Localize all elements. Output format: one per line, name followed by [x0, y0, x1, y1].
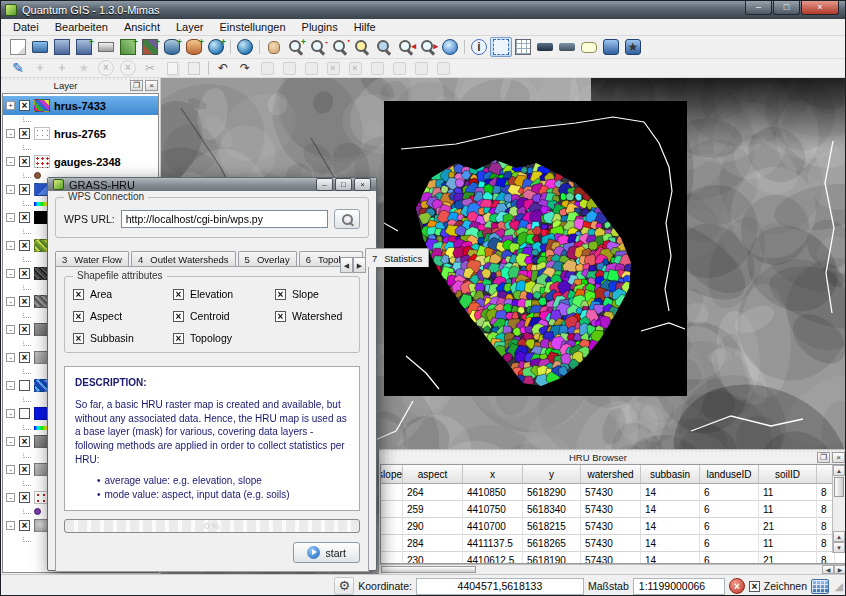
dialog-title-bar[interactable]: GRASS-HRU – □ ×: [48, 178, 376, 191]
wps-url-input[interactable]: http://localhost/cgi-bin/wps.py: [121, 210, 328, 228]
dialog-maximize-button[interactable]: □: [335, 178, 352, 191]
dialog-tab[interactable]: 7 Statistics: [365, 248, 429, 267]
attribute-checkbox[interactable]: [73, 311, 84, 322]
expand-icon[interactable]: [6, 269, 15, 278]
add-raster-layer[interactable]: [139, 37, 161, 57]
expand-icon[interactable]: [6, 353, 15, 362]
expand-icon[interactable]: [6, 437, 15, 446]
scroll-up-icon[interactable]: ▲: [833, 465, 845, 476]
layer-item[interactable]: hrus-7433: [3, 96, 158, 115]
close-button[interactable]: ×: [801, 1, 839, 15]
add-part[interactable]: [300, 58, 322, 78]
coordinate-input[interactable]: 4404571,5618133: [416, 578, 584, 595]
table-row[interactable]: 230 4410612.5 5618190 57430 14 6 21 8: [381, 552, 845, 564]
column-header[interactable]: watershed: [581, 465, 641, 484]
web-globe[interactable]: [234, 37, 256, 57]
expand-icon[interactable]: [6, 157, 15, 166]
expand-icon[interactable]: [6, 521, 15, 530]
scroll-right-icon[interactable]: ▶: [834, 565, 846, 574]
add-postgis-layer[interactable]: [161, 37, 183, 57]
dialog-tab[interactable]: 5 Overlay: [238, 251, 297, 267]
pan-map[interactable]: [263, 37, 285, 57]
coordinate-capture-icon[interactable]: ⚙: [334, 577, 354, 595]
simplify-feature[interactable]: [256, 58, 278, 78]
new-bookmark[interactable]: [600, 37, 622, 57]
minimize-button[interactable]: –: [745, 1, 772, 15]
scroll-left-icon[interactable]: ◀: [822, 565, 834, 574]
maximize-button[interactable]: □: [773, 1, 800, 15]
start-button[interactable]: start: [293, 542, 360, 563]
expand-icon[interactable]: [6, 213, 15, 222]
scroll-down-icon[interactable]: ▼: [833, 542, 845, 553]
map-tips[interactable]: [578, 37, 600, 57]
layer-checkbox[interactable]: [19, 324, 30, 335]
open-attribute-table[interactable]: [512, 37, 534, 57]
expand-icon[interactable]: [6, 241, 15, 250]
expand-icon[interactable]: [6, 493, 15, 502]
identify-features[interactable]: i: [468, 37, 490, 57]
horizontal-scrollbar[interactable]: ◀ ▶: [380, 564, 846, 574]
table-row[interactable]: 290 4410700 5618215 57430 14 6 21 8: [381, 518, 845, 535]
menu-item[interactable]: Ansicht: [116, 20, 168, 34]
resize-grip[interactable]: ◢: [835, 580, 843, 593]
column-header[interactable]: subbasin: [641, 465, 700, 484]
dialog-close-button[interactable]: ×: [354, 178, 371, 191]
open-project[interactable]: [29, 37, 51, 57]
layer-checkbox[interactable]: [19, 492, 30, 503]
menu-item[interactable]: Hilfe: [346, 20, 384, 34]
expand-icon[interactable]: [6, 381, 15, 390]
layer-checkbox[interactable]: [19, 408, 30, 419]
undo[interactable]: ↶: [212, 58, 234, 78]
attribute-checkbox[interactable]: [173, 289, 184, 300]
column-header[interactable]: y: [523, 465, 581, 484]
layer-checkbox[interactable]: [19, 268, 30, 279]
show-bookmarks[interactable]: ★: [622, 37, 644, 57]
panel-close-icon[interactable]: ×: [145, 80, 158, 91]
new-project[interactable]: [7, 37, 29, 57]
layer-item[interactable]: gauges-2348: [3, 152, 158, 171]
attribute-checkbox[interactable]: [173, 311, 184, 322]
move-feature[interactable]: +: [51, 58, 73, 78]
add-vector-layer[interactable]: [117, 37, 139, 57]
measure-area[interactable]: [556, 37, 578, 57]
scroll-thumb[interactable]: [381, 566, 476, 573]
select-features[interactable]: [490, 37, 512, 57]
column-header[interactable]: aspect: [403, 465, 463, 484]
dialog-tab[interactable]: 3 Water Flow: [55, 251, 129, 267]
remove-feature[interactable]: ×: [117, 58, 139, 78]
paste-features[interactable]: [183, 58, 205, 78]
expand-icon[interactable]: [6, 409, 15, 418]
attribute-checkbox[interactable]: [275, 289, 286, 300]
stop-render-icon[interactable]: ×: [729, 578, 745, 594]
layer-checkbox[interactable]: [19, 240, 30, 251]
layer-checkbox[interactable]: [19, 436, 30, 447]
attribute-checkbox[interactable]: [73, 289, 84, 300]
zoom-out[interactable]: [307, 37, 329, 57]
measure-line[interactable]: [534, 37, 556, 57]
projection-icon[interactable]: [811, 579, 829, 594]
expand-icon[interactable]: [6, 129, 15, 138]
zoom-next[interactable]: [417, 37, 439, 57]
capture-point[interactable]: +: [29, 58, 51, 78]
vertical-scrollbar[interactable]: ▲ ▲ ▼: [832, 465, 845, 553]
attribute-checkbox[interactable]: [173, 333, 184, 344]
table-row[interactable]: 284 4411137.5 5618265 57430 14 6 11 8: [381, 535, 845, 552]
panel-float-icon[interactable]: ❐: [817, 452, 830, 463]
save-project-as[interactable]: [73, 37, 95, 57]
refresh-map[interactable]: [439, 37, 461, 57]
scroll-thumb[interactable]: [834, 477, 844, 497]
layer-checkbox[interactable]: [19, 184, 30, 195]
expand-icon[interactable]: [6, 297, 15, 306]
split-features[interactable]: [388, 58, 410, 78]
layer-checkbox[interactable]: [19, 128, 30, 139]
menu-item[interactable]: Layer: [168, 20, 212, 34]
node-tool[interactable]: [432, 58, 454, 78]
menu-item[interactable]: Plugins: [294, 20, 346, 34]
tab-scroll-left-icon[interactable]: ◀: [340, 257, 353, 273]
layer-checkbox[interactable]: [19, 296, 30, 307]
zoom-to-selection[interactable]: [351, 37, 373, 57]
table-row[interactable]: 259 4410750 5618340 57430 14 6 11 8: [381, 501, 845, 518]
menu-item[interactable]: Bearbeiten: [47, 20, 116, 34]
expand-icon[interactable]: [6, 465, 15, 474]
save-project[interactable]: [51, 37, 73, 57]
